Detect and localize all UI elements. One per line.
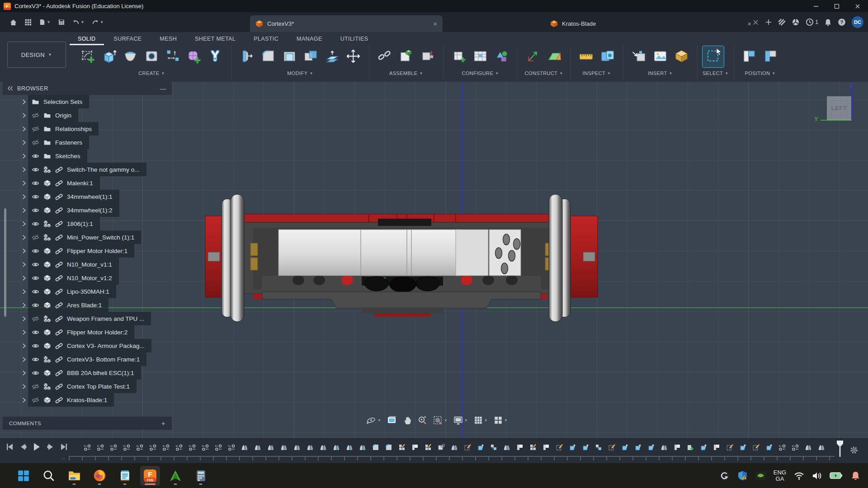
tree-row-label[interactable]: Sketches — [55, 153, 80, 160]
group-label-select[interactable]: SELECT▼ — [703, 68, 729, 79]
visibility-eye-icon[interactable] — [32, 206, 39, 214]
tree-row-label[interactable]: Lipo-350MAH:1 — [67, 288, 109, 295]
expand-chevron-icon[interactable] — [21, 112, 28, 119]
tree-row-label[interactable]: Switch-The not gammy o... — [67, 166, 140, 173]
timeline-feature-joint-7[interactable] — [175, 442, 183, 451]
tree-row-n10motorv12[interactable]: N10_Motor_v1:2 — [3, 271, 172, 285]
tree-row-label[interactable]: Cortex V3- Armour Packag... — [67, 343, 145, 349]
timeline-feature-plane-33[interactable] — [516, 442, 524, 451]
minimize-panel-icon[interactable]: — — [160, 85, 166, 92]
timeline-feature-joint-8[interactable] — [189, 442, 196, 451]
tree-row-label[interactable]: Cortex Top Plate Test:1 — [67, 383, 130, 390]
expand-chevron-icon[interactable] — [21, 288, 28, 295]
tree-row-fasteners[interactable]: Fasteners — [3, 136, 172, 149]
capture-position-tool[interactable] — [739, 46, 760, 67]
select-tool[interactable] — [703, 46, 724, 67]
taskbar-search-button[interactable] — [39, 466, 59, 486]
3d-viewport[interactable]: LEFT Z Y BROWSER — Selection SetsOriginR… — [0, 82, 868, 438]
tree-row-aresblade1[interactable]: Ares Blade:1 — [3, 298, 172, 312]
extensions-icon[interactable] — [792, 18, 800, 26]
minimize-button[interactable] — [806, 0, 826, 12]
tree-row-switchthenotgammyo[interactable]: Switch-The not gammy o... — [3, 163, 172, 176]
axis-tool[interactable] — [523, 46, 544, 67]
tree-row-label[interactable]: Relationships — [55, 126, 92, 132]
timeline-feature-wing-44[interactable] — [660, 442, 668, 451]
security-shield-icon[interactable] — [737, 470, 748, 481]
tree-row-relationships[interactable]: Relationships — [3, 122, 172, 136]
battery-icon[interactable] — [830, 471, 843, 480]
insert-derive-tool[interactable] — [628, 46, 650, 67]
taskbar-explorer-button[interactable] — [64, 466, 84, 486]
visibility-eye-icon[interactable] — [32, 193, 39, 201]
press-pull-tool[interactable] — [236, 46, 258, 67]
timeline-feature-wing-16[interactable] — [293, 442, 301, 451]
expand-chevron-icon[interactable] — [21, 153, 28, 160]
group-label-inspect[interactable]: INSPECT▼ — [576, 68, 618, 79]
group-label-insert[interactable]: INSERT▼ — [628, 68, 692, 79]
timeline-feature-fillet-23[interactable] — [385, 442, 392, 451]
tree-row-34mmwheel12[interactable]: 34mmwheel(1):2 — [3, 203, 172, 217]
extrude-tool[interactable] — [99, 46, 120, 67]
tree-row-flippermotorholder1[interactable]: Flipper Motor Holder:1 — [3, 244, 172, 258]
combine-tool[interactable] — [300, 46, 321, 67]
measure-tool[interactable] — [576, 46, 597, 67]
visibility-eye-icon[interactable] — [32, 288, 39, 296]
tree-row-cortextopplatetest1[interactable]: Cortex Top Plate Test:1 — [3, 380, 172, 393]
help-icon[interactable]: ? — [838, 18, 846, 26]
maximize-button[interactable] — [826, 0, 847, 12]
view-cube[interactable]: LEFT Z Y — [824, 91, 865, 131]
expand-chevron-icon[interactable] — [21, 397, 28, 404]
expand-chevron-icon[interactable] — [21, 193, 28, 200]
tree-row-lipo350mah1[interactable]: Lipo-350MAH:1 — [3, 285, 172, 298]
notification-bell-icon[interactable] — [850, 471, 861, 481]
tree-row-minipowerswitch11[interactable]: Mini_Power_Switch (1):1 — [3, 230, 172, 244]
app-grid-button[interactable] — [22, 17, 34, 28]
group-label-modify[interactable]: MODIFY▼ — [236, 68, 364, 79]
timeline-feature-wing-19[interactable] — [333, 442, 340, 451]
visibility-eye-icon[interactable] — [32, 369, 39, 377]
step-forward-button[interactable] — [46, 443, 54, 451]
redo-button[interactable]: ▼ — [90, 17, 106, 28]
taskbar-calculator-button[interactable] — [191, 466, 211, 486]
ribbon-tab-utilities[interactable]: UTILITIES — [340, 33, 369, 45]
timeline-feature-extrude-37[interactable] — [569, 442, 576, 451]
home-button[interactable] — [7, 17, 19, 28]
timeline-feature-link-27[interactable] — [438, 442, 445, 451]
visibility-eye-off-icon[interactable] — [32, 125, 39, 133]
config-theme-tool[interactable] — [491, 46, 512, 67]
play-button[interactable] — [33, 443, 41, 451]
comments-bar[interactable]: COMMENTS + — [3, 417, 172, 430]
visibility-eye-off-icon[interactable] — [32, 139, 39, 146]
viewcube-face[interactable]: LEFT — [827, 96, 851, 120]
file-new-button[interactable]: ▼ — [37, 17, 53, 28]
taskbar-fusion-button[interactable]: FFUS — [140, 466, 160, 486]
timeline-settings-gear-icon[interactable] — [849, 445, 859, 455]
timeline-feature-joint-11[interactable] — [228, 442, 235, 451]
expand-chevron-icon[interactable] — [21, 139, 28, 146]
visibility-eye-icon[interactable] — [32, 152, 39, 160]
ribbon-tab-manage[interactable]: MANAGE — [296, 33, 323, 45]
tree-row-label[interactable]: 34mmwheel(1):1 — [67, 193, 113, 200]
visibility-eye-off-icon[interactable] — [32, 234, 39, 241]
save-button[interactable] — [56, 17, 67, 28]
revolve-tool[interactable] — [120, 46, 141, 67]
close-tab-icon[interactable]: × — [433, 20, 437, 28]
browser-scrollbar[interactable] — [4, 208, 6, 317]
expand-chevron-icon[interactable] — [21, 126, 28, 132]
tree-row-label[interactable]: Flipper Motor Holder:1 — [67, 248, 127, 254]
new-component-tool[interactable] — [396, 46, 417, 67]
timeline-feature-joint-54[interactable] — [792, 442, 799, 451]
timeline-feature-modify-24[interactable] — [398, 442, 406, 451]
workspace-switcher[interactable]: DESIGN ▼ — [7, 42, 66, 68]
tree-row-origin[interactable]: Origin — [3, 108, 172, 122]
job-status-icon[interactable] — [778, 19, 786, 26]
timeline-feature-joint-6[interactable] — [162, 442, 170, 451]
tree-row-label[interactable]: Origin — [55, 112, 71, 119]
tree-row-selectionsets[interactable]: Selection Sets — [3, 95, 172, 108]
timeline-feature-wing-12[interactable] — [241, 442, 248, 451]
tree-row-label[interactable]: N10_Motor_v1:2 — [67, 275, 112, 282]
skip-start-button[interactable] — [5, 443, 14, 451]
taskbar-firefox-button[interactable] — [90, 466, 109, 486]
expand-chevron-icon[interactable] — [21, 221, 28, 227]
timeline-feature-plane-25[interactable] — [411, 442, 419, 451]
